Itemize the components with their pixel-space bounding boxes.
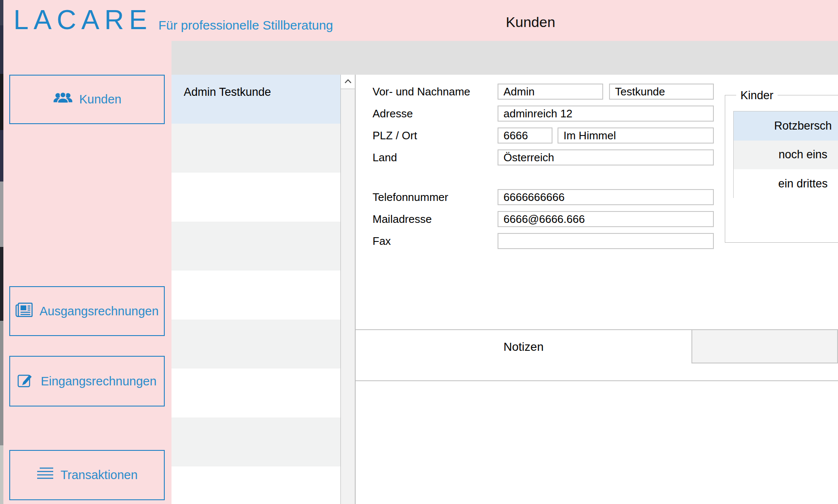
sidebar: Kunden Ausgangsrechnungen xyxy=(3,41,171,504)
kinder-item[interactable]: noch eins xyxy=(734,141,838,170)
customer-row-empty xyxy=(171,173,340,222)
header: LACARE Für professionelle Stillberatung … xyxy=(3,0,838,41)
field-label-plz-ort: PLZ / Ort xyxy=(373,129,495,142)
customer-row-empty xyxy=(171,466,340,504)
sidebar-item-label: Transaktionen xyxy=(60,468,138,482)
field-label-telefon: Telefonnummer xyxy=(373,190,495,204)
list-lines-icon xyxy=(36,467,54,483)
customer-row-empty xyxy=(171,369,340,417)
sidebar-item-label: Ausgangsrechnungen xyxy=(39,304,158,318)
kinder-item[interactable]: ein drittes xyxy=(734,169,838,198)
sidebar-item-label: Eingangsrechnungen xyxy=(41,374,156,388)
customer-name: Admin Testkunde xyxy=(184,86,271,98)
page-title: Kunden xyxy=(467,14,594,30)
ort-field[interactable] xyxy=(558,127,714,144)
field-label-land: Land xyxy=(373,151,495,164)
scroll-up-button[interactable] xyxy=(341,75,355,89)
mail-field[interactable] xyxy=(498,211,714,227)
customer-row-empty xyxy=(171,222,340,271)
fax-field[interactable] xyxy=(498,233,714,249)
customer-row-empty xyxy=(171,320,340,369)
sidebar-item-kunden[interactable]: Kunden xyxy=(9,75,165,124)
sidebar-item-eingangsrechnungen[interactable]: Eingangsrechnungen xyxy=(9,356,165,406)
tab-bar-filler xyxy=(691,329,838,363)
telefon-field[interactable] xyxy=(498,189,714,205)
customer-detail: Vor- und Nachname Adresse PLZ / Ort Land… xyxy=(356,75,838,504)
field-label-mail: Mailadresse xyxy=(373,212,495,226)
list-scrollbar[interactable] xyxy=(340,75,356,504)
tab-divider-bottom xyxy=(356,380,838,381)
sidebar-item-label: Kunden xyxy=(79,92,122,106)
nachname-field[interactable] xyxy=(609,84,714,100)
background-window-sliver xyxy=(0,0,3,504)
field-label-fax: Fax xyxy=(373,234,495,248)
kinder-list: Rotzbersch noch eins ein drittes xyxy=(733,111,838,198)
tab-notizen-label: Notizen xyxy=(503,340,544,354)
customer-list: Admin Testkunde xyxy=(171,75,340,504)
app-window: LACARE Für professionelle Stillberatung … xyxy=(0,0,838,504)
newspaper-icon xyxy=(15,302,33,320)
tab-notizen[interactable]: Notizen xyxy=(356,330,691,364)
customer-row-empty xyxy=(171,417,340,466)
kinder-group: Kinder Rotzbersch noch eins ein drittes xyxy=(725,95,838,243)
brand-tagline: Für professionelle Stillberatung xyxy=(158,17,333,34)
customer-row-empty xyxy=(171,124,340,173)
kinder-item-selected[interactable]: Rotzbersch xyxy=(734,111,838,141)
customer-row-selected[interactable]: Admin Testkunde xyxy=(171,75,340,124)
toolbar-band xyxy=(171,41,838,75)
brand-logo: LACARE xyxy=(14,2,152,38)
chevron-up-icon xyxy=(344,78,352,86)
plz-field[interactable] xyxy=(498,127,552,144)
vorname-field[interactable] xyxy=(498,84,603,100)
land-field[interactable] xyxy=(498,149,714,165)
sidebar-item-transaktionen[interactable]: Transaktionen xyxy=(9,450,165,500)
field-label-adresse: Adresse xyxy=(373,107,495,120)
people-group-icon xyxy=(53,91,73,108)
compose-icon xyxy=(17,371,34,391)
kinder-legend: Kinder xyxy=(736,89,778,102)
customer-row-empty xyxy=(171,271,340,320)
sidebar-item-ausgangsrechnungen[interactable]: Ausgangsrechnungen xyxy=(9,286,165,336)
field-label-name: Vor- und Nachname xyxy=(373,85,495,98)
adresse-field[interactable] xyxy=(498,106,714,122)
